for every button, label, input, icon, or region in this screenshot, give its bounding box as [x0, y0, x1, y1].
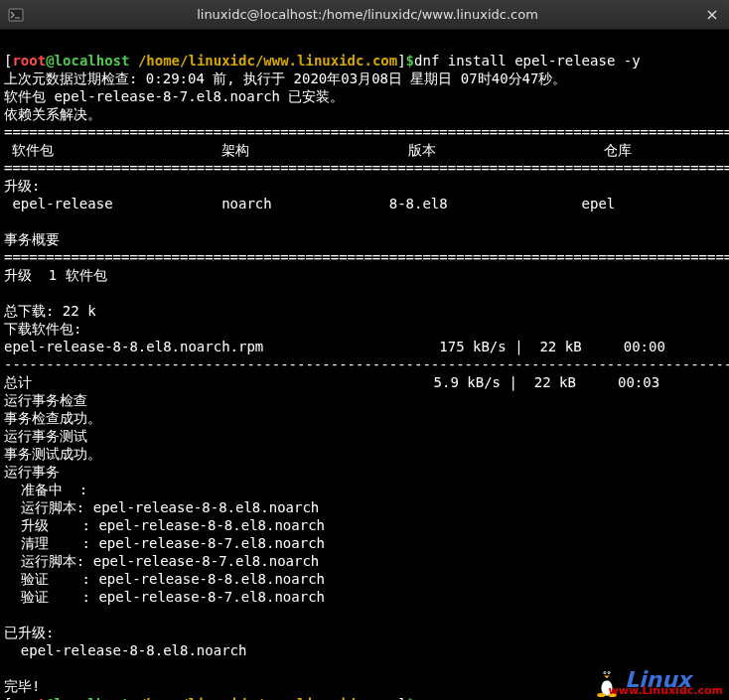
summary-label: 事务概要	[4, 231, 60, 247]
upgrade-label: 升级:	[4, 178, 40, 194]
prompt-at: @	[46, 53, 54, 69]
watermark: Linux公社 www.Linuxidc.com	[593, 664, 723, 698]
titlebar: linuxidc@localhost:/home/linuxidc/www.li…	[0, 0, 729, 30]
divider: ========================================…	[4, 160, 729, 176]
prompt-user: root	[12, 696, 46, 700]
upgraded-label: 已升级:	[4, 625, 54, 640]
total-download: 总下载: 22 k	[4, 303, 96, 319]
prompt-host: localhost	[55, 53, 130, 69]
step-verify1: 验证 : epel-release-8-8.el8.noarch 1/2	[4, 571, 729, 587]
divider: ========================================…	[4, 124, 729, 140]
line-meta: 上次元数据过期检查: 0:29:04 前, 执行于 2020年03月08日 星期…	[4, 70, 566, 86]
step-clean: 清理 : epel-release-8-7.el8.noarch 2/2	[4, 535, 729, 551]
svg-point-6	[604, 672, 605, 673]
prompt-path: /home/linuxidc/www.linuxidc.com	[129, 696, 397, 700]
txn-run: 运行事务	[4, 464, 60, 480]
prompt-at: @	[46, 696, 54, 700]
upgrade-count: 升级 1 软件包	[4, 267, 107, 283]
svg-point-8	[597, 693, 605, 697]
step-script2: 运行脚本: epel-release-8-7.el8.noarch 2/2	[4, 553, 729, 569]
txn-test: 运行事务测试	[4, 428, 87, 444]
step-prep: 准备中 : 1/1	[4, 482, 729, 497]
divider-dash: ----------------------------------------…	[4, 356, 729, 372]
prompt-path: /home/linuxidc/www.linuxidc.com	[129, 53, 397, 69]
table-row: epel-release noarch 8-8.el8 epel 22 k	[4, 196, 729, 211]
line-installed: 软件包 epel-release-8-7.el8.noarch 已安装。	[4, 88, 344, 104]
step-script1: 运行脚本: epel-release-8-8.el8.noarch 1/1	[4, 499, 729, 515]
svg-point-7	[608, 672, 609, 673]
txn-check: 运行事务检查	[4, 392, 87, 408]
step-upgrade: 升级 : epel-release-8-8.el8.noarch 1/2	[4, 517, 729, 533]
svg-rect-0	[9, 9, 23, 21]
command-text: dnf install epel-release -y	[414, 53, 641, 69]
svg-point-3	[601, 668, 614, 681]
step-verify2: 验证 : epel-release-8-7.el8.noarch 2/2	[4, 589, 729, 605]
window-title: linuxidc@localhost:/home/linuxidc/www.li…	[32, 6, 703, 24]
line-deps: 依赖关系解决。	[4, 106, 101, 122]
downloading: 下载软件包:	[4, 321, 81, 337]
txn-check-ok: 事务检查成功。	[4, 410, 101, 426]
upgraded-pkg: epel-release-8-8.el8.noarch	[4, 642, 246, 658]
prompt-hash: $	[406, 53, 414, 69]
close-button[interactable]: ×	[703, 6, 721, 24]
prompt-bracket-close: ]	[397, 53, 405, 69]
divider: ========================================…	[4, 249, 729, 265]
done: 完毕!	[4, 678, 40, 694]
txn-test-ok: 事务测试成功。	[4, 446, 101, 462]
prompt-bracket-close: ]	[397, 696, 405, 700]
prompt-host: localhost	[55, 696, 130, 700]
prompt-hash: $	[406, 696, 414, 700]
prompt-user: root	[12, 53, 46, 69]
table-header: 软件包 架构 版本 仓库 大小	[4, 142, 729, 158]
rpm-line: epel-release-8-8.el8.noarch.rpm 175 kB/s…	[4, 339, 699, 354]
total-line: 总计 5.9 kB/s | 22 kB 00:03	[4, 374, 693, 390]
terminal-output[interactable]: [root@localhost /home/linuxidc/www.linux…	[0, 30, 729, 700]
terminal-icon	[8, 7, 24, 23]
watermark-url: www.Linuxidc.com	[609, 682, 723, 700]
